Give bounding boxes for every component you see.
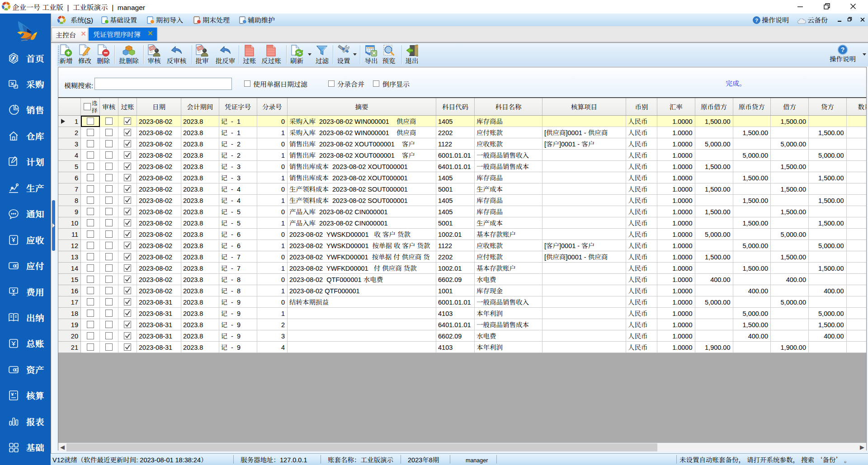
svg-text:?: ? xyxy=(841,45,845,54)
svg-text:?: ? xyxy=(755,16,758,23)
